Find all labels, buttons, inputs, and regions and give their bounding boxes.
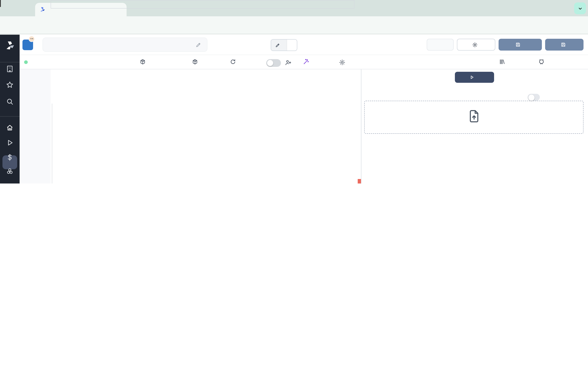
test-button[interactable]: [455, 72, 494, 83]
sidebar-item-home-icon[interactable]: [6, 124, 14, 132]
edit-pencil-icon[interactable]: [196, 42, 201, 48]
sidebar-item-favorites-star-icon[interactable]: [6, 81, 14, 89]
text-cursor: [0, 0, 1, 7]
package-icon: [192, 59, 198, 65]
indent-guide: [52, 104, 52, 184]
diff-button[interactable]: [427, 39, 454, 50]
deploy-button[interactable]: [545, 39, 584, 50]
sidebar-item-runs-play-icon[interactable]: [6, 139, 14, 147]
path-group[interactable]: [271, 39, 297, 51]
windmill-logo-icon[interactable]: [4, 40, 15, 51]
status-dot: [24, 60, 28, 64]
settings-button[interactable]: [457, 39, 495, 50]
draft-button[interactable]: [499, 39, 542, 50]
active-line-highlight: [51, 0, 355, 8]
windmill-script-editor-window: [0, 0, 588, 184]
result-tabs-bar: [361, 178, 588, 184]
app-sidebar: [0, 35, 20, 184]
emoji-badge: [29, 36, 35, 42]
editor-settings-gear-icon[interactable]: [339, 59, 346, 66]
sidebar-item-workspace-building-icon[interactable]: [6, 65, 14, 73]
gear-icon: [472, 42, 478, 48]
sidebar-item-variables-dollar-icon[interactable]: [6, 153, 14, 161]
octocat-icon: [538, 59, 545, 65]
raw-s3-toggle-row: [524, 94, 540, 101]
windmill-favicon-icon: [39, 7, 45, 13]
file-dropzone[interactable]: [364, 101, 584, 134]
save-floppy-icon: [561, 42, 566, 47]
reset-button[interactable]: [230, 59, 238, 65]
library-icon: [499, 59, 505, 65]
editor-gutter-bg: [20, 69, 51, 184]
edit-pencil-icon: [275, 43, 280, 48]
magic-wand-icon: [303, 59, 309, 65]
browser-navbar: [0, 16, 588, 34]
diff-mode-toggle[interactable]: [266, 59, 281, 67]
overview-ruler-error-marker: [358, 179, 361, 184]
add-type-button[interactable]: [192, 59, 200, 65]
file-upload-icon: [467, 109, 480, 123]
library-button[interactable]: [499, 59, 508, 65]
save-floppy-icon: [515, 42, 520, 47]
chevron-down-icon: [577, 6, 583, 11]
path-button[interactable]: [271, 40, 287, 50]
sidebar-divider: [0, 116, 20, 117]
path-value[interactable]: [287, 40, 297, 50]
sidebar-divider: [0, 62, 20, 62]
sidebar-item-search-icon[interactable]: [6, 98, 14, 106]
use-vscode-button[interactable]: [538, 59, 547, 65]
tab-close-icon[interactable]: [119, 9, 122, 10]
ai-gen-button[interactable]: [303, 59, 311, 65]
raw-s3-toggle[interactable]: [527, 94, 540, 101]
person-add-icon[interactable]: [285, 59, 292, 66]
reset-icon: [230, 59, 236, 65]
play-icon: [469, 75, 474, 80]
add-resource-button[interactable]: [140, 59, 148, 65]
package-icon: [140, 59, 146, 65]
chrome-chevron-button[interactable]: [574, 2, 586, 14]
sidebar-item-resources-cubes-icon[interactable]: [6, 168, 14, 176]
script-title-input[interactable]: [43, 38, 208, 52]
